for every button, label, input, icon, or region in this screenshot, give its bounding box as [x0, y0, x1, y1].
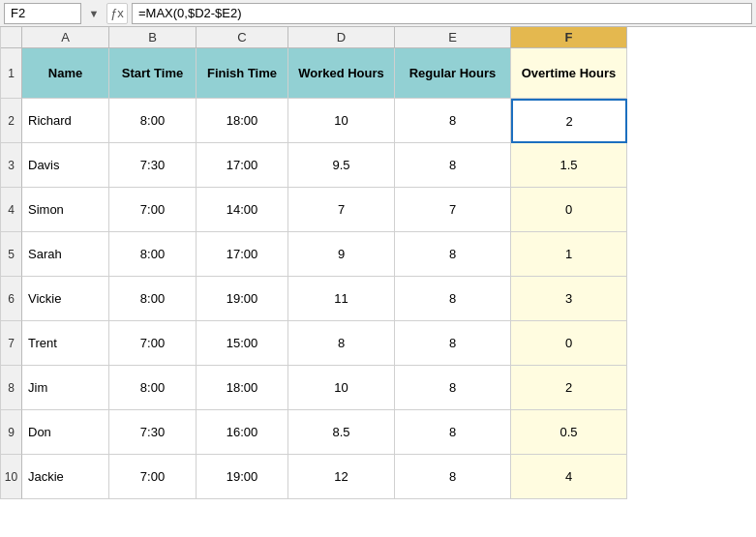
cell-4-col-d[interactable]: 7 — [288, 188, 395, 232]
row-number-6: 6 — [1, 277, 22, 321]
header-cell-regular-hours[interactable]: Regular Hours — [395, 48, 511, 99]
header-cell-start-time[interactable]: Start Time — [109, 48, 197, 99]
cell-3-col-d[interactable]: 9.5 — [288, 143, 395, 188]
table-row: 5Sarah8:0017:00981 — [1, 232, 756, 277]
formula-input[interactable]: =MAX(0,$D2-$E2) — [132, 3, 752, 24]
cell-3-col-e[interactable]: 8 — [395, 143, 511, 188]
row-number-1: 1 — [1, 48, 22, 99]
cell-2-col-a[interactable]: Richard — [22, 99, 109, 143]
col-header-E[interactable]: E — [395, 27, 511, 48]
cell-7-col-b[interactable]: 7:00 — [109, 321, 197, 366]
cell-ref-text: F2 — [11, 6, 25, 20]
cell-4-col-e[interactable]: 7 — [395, 188, 511, 232]
table-row: 8Jim8:0018:001082 — [1, 366, 756, 410]
cell-6-col-f[interactable]: 3 — [511, 277, 627, 321]
cell-8-col-e[interactable]: 8 — [395, 366, 511, 410]
cell-9-col-f[interactable]: 0.5 — [511, 410, 627, 455]
formula-value: =MAX(0,$D2-$E2) — [138, 6, 242, 20]
table-row: 2Richard8:0018:001082 — [1, 99, 756, 143]
row-number-5: 5 — [1, 232, 22, 277]
row-num-header-corner — [1, 27, 22, 48]
cell-7-col-c[interactable]: 15:00 — [197, 321, 288, 366]
cell-10-col-f[interactable]: 4 — [511, 455, 627, 499]
data-rows: 2Richard8:0018:0010823Davis7:3017:009.58… — [1, 99, 756, 499]
cell-reference-box[interactable]: F2 — [4, 3, 81, 24]
cell-5-col-b[interactable]: 8:00 — [109, 232, 197, 277]
header-cell-finish-time[interactable]: Finish Time — [197, 48, 288, 99]
row-number-4: 4 — [1, 188, 22, 232]
cell-4-col-a[interactable]: Simon — [22, 188, 109, 232]
cell-5-col-c[interactable]: 17:00 — [197, 232, 288, 277]
cell-6-col-b[interactable]: 8:00 — [109, 277, 197, 321]
cell-3-col-c[interactable]: 17:00 — [197, 143, 288, 188]
cell-8-col-c[interactable]: 18:00 — [197, 366, 288, 410]
fx-label: ƒx — [110, 6, 124, 20]
cell-4-col-f[interactable]: 0 — [511, 188, 627, 232]
table-row: 10Jackie7:0019:001284 — [1, 455, 756, 499]
table-row: 7Trent7:0015:00880 — [1, 321, 756, 366]
table-row: 6Vickie8:0019:001183 — [1, 277, 756, 321]
cell-2-col-e[interactable]: 8 — [395, 99, 511, 143]
cell-9-col-a[interactable]: Don — [22, 410, 109, 455]
formula-bar: F2 ▼ ƒx =MAX(0,$D2-$E2) — [0, 0, 756, 27]
cell-6-col-c[interactable]: 19:00 — [197, 277, 288, 321]
column-headers-row: A B C D E F — [1, 27, 756, 48]
header-cell-name[interactable]: Name — [22, 48, 109, 99]
cell-4-col-b[interactable]: 7:00 — [109, 188, 197, 232]
cell-ref-dropdown-arrow[interactable]: ▼ — [85, 3, 103, 24]
row-number-3: 3 — [1, 143, 22, 188]
cell-5-col-a[interactable]: Sarah — [22, 232, 109, 277]
header-cell-overtime-hours[interactable]: Overtime Hours — [511, 48, 627, 99]
cell-10-col-e[interactable]: 8 — [395, 455, 511, 499]
row-number-10: 10 — [1, 455, 22, 499]
table-row: 4Simon7:0014:00770 — [1, 188, 756, 232]
table-row: 1 Name Start Time Finish Time Worked Hou… — [1, 48, 756, 99]
cell-9-col-b[interactable]: 7:30 — [109, 410, 197, 455]
col-header-D[interactable]: D — [288, 27, 395, 48]
cell-5-col-d[interactable]: 9 — [288, 232, 395, 277]
formula-function-icon[interactable]: ƒx — [106, 3, 128, 24]
col-header-F[interactable]: F — [511, 27, 627, 48]
spreadsheet: A B C D E F 1 Name Start Time Finish Tim… — [0, 27, 756, 499]
header-cell-worked-hours[interactable]: Worked Hours — [288, 48, 395, 99]
cell-7-col-a[interactable]: Trent — [22, 321, 109, 366]
cell-8-col-a[interactable]: Jim — [22, 366, 109, 410]
cell-10-col-c[interactable]: 19:00 — [197, 455, 288, 499]
cell-6-col-e[interactable]: 8 — [395, 277, 511, 321]
cell-5-col-e[interactable]: 8 — [395, 232, 511, 277]
cell-4-col-c[interactable]: 14:00 — [197, 188, 288, 232]
cell-8-col-f[interactable]: 2 — [511, 366, 627, 410]
cell-8-col-d[interactable]: 10 — [288, 366, 395, 410]
row-number-7: 7 — [1, 321, 22, 366]
cell-10-col-b[interactable]: 7:00 — [109, 455, 197, 499]
cell-9-col-e[interactable]: 8 — [395, 410, 511, 455]
cell-9-col-c[interactable]: 16:00 — [197, 410, 288, 455]
row-number-8: 8 — [1, 366, 22, 410]
cell-2-col-d[interactable]: 10 — [288, 99, 395, 143]
cell-7-col-e[interactable]: 8 — [395, 321, 511, 366]
row-number-2: 2 — [1, 99, 22, 143]
cell-7-col-f[interactable]: 0 — [511, 321, 627, 366]
row-number-9: 9 — [1, 410, 22, 455]
cell-10-col-a[interactable]: Jackie — [22, 455, 109, 499]
cell-6-col-a[interactable]: Vickie — [22, 277, 109, 321]
col-header-C[interactable]: C — [197, 27, 288, 48]
cell-8-col-b[interactable]: 8:00 — [109, 366, 197, 410]
cell-10-col-d[interactable]: 12 — [288, 455, 395, 499]
cell-7-col-d[interactable]: 8 — [288, 321, 395, 366]
cell-2-col-b[interactable]: 8:00 — [109, 99, 197, 143]
cell-3-col-a[interactable]: Davis — [22, 143, 109, 188]
cell-2-col-c[interactable]: 18:00 — [197, 99, 288, 143]
cell-9-col-d[interactable]: 8.5 — [288, 410, 395, 455]
table-row: 9Don7:3016:008.580.5 — [1, 410, 756, 455]
col-header-B[interactable]: B — [109, 27, 197, 48]
cell-5-col-f[interactable]: 1 — [511, 232, 627, 277]
table-row: 3Davis7:3017:009.581.5 — [1, 143, 756, 188]
col-header-A[interactable]: A — [22, 27, 109, 48]
cell-3-col-f[interactable]: 1.5 — [511, 143, 627, 188]
cell-2-col-f[interactable]: 2 — [511, 99, 627, 143]
cell-6-col-d[interactable]: 11 — [288, 277, 395, 321]
cell-3-col-b[interactable]: 7:30 — [109, 143, 197, 188]
